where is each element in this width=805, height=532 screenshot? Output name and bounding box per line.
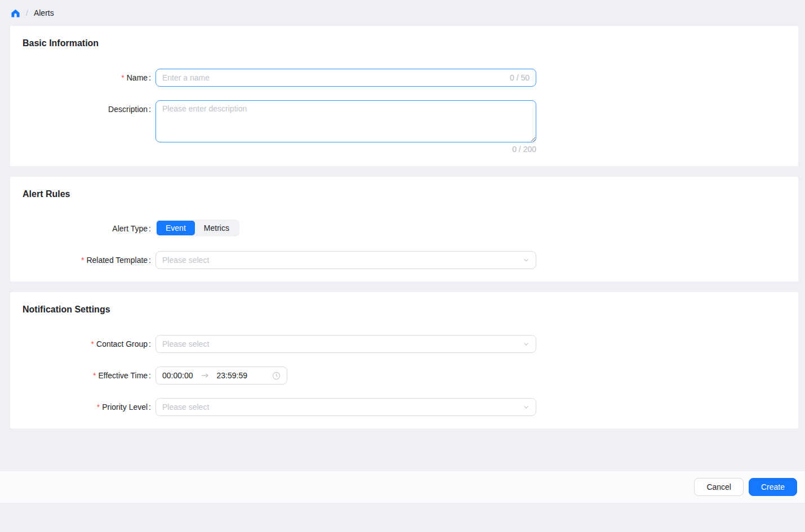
contact-group-placeholder: Please select — [162, 339, 523, 348]
footer-gap — [0, 428, 805, 471]
chevron-down-icon — [523, 257, 530, 263]
alert-type-label: Alert Type: — [23, 220, 155, 238]
contact-group-select[interactable]: Please select — [155, 335, 536, 353]
description-label: Description: — [23, 100, 155, 118]
effective-time-row: *Effective Time: 00:00:00 23:59:59 — [23, 366, 786, 385]
name-char-counter: 0 / 50 — [510, 73, 530, 82]
chevron-down-icon — [523, 341, 530, 347]
alert-type-option-event[interactable]: Event — [157, 221, 195, 235]
name-input-wrap: 0 / 50 — [155, 69, 536, 87]
footer-action-bar: Cancel Create — [0, 471, 805, 503]
required-asterisk: * — [93, 371, 96, 380]
cancel-button[interactable]: Cancel — [694, 478, 744, 496]
required-asterisk: * — [121, 73, 124, 82]
name-input[interactable] — [162, 73, 505, 82]
priority-level-label: *Priority Level: — [23, 398, 155, 416]
notification-settings-card: Notification Settings *Contact Group: Pl… — [10, 292, 798, 428]
effective-time-range-picker[interactable]: 00:00:00 23:59:59 — [155, 366, 287, 385]
contact-group-row: *Contact Group: Please select — [23, 335, 786, 353]
related-template-label: *Related Template: — [23, 251, 155, 269]
description-textarea[interactable] — [155, 100, 536, 142]
required-asterisk: * — [91, 339, 94, 348]
breadcrumb-separator: / — [26, 8, 28, 17]
alert-rules-card: Alert Rules Alert Type: Event Metrics *R… — [10, 177, 798, 281]
related-template-select[interactable]: Please select — [155, 251, 536, 269]
chevron-down-icon — [523, 404, 530, 410]
arrow-right-icon — [201, 373, 209, 378]
breadcrumb-current-page: Alerts — [34, 8, 54, 17]
home-icon — [11, 8, 20, 18]
effective-time-label: *Effective Time: — [23, 366, 155, 385]
alert-type-segmented-control: Event Metrics — [155, 220, 239, 236]
contact-group-label: *Contact Group: — [23, 335, 155, 353]
description-row: Description: 0 / 200 — [23, 100, 786, 154]
priority-level-row: *Priority Level: Please select — [23, 398, 786, 416]
create-button[interactable]: Create — [749, 478, 797, 496]
priority-level-select[interactable]: Please select — [155, 398, 536, 416]
clock-icon — [272, 372, 281, 380]
effective-time-start[interactable]: 00:00:00 — [162, 371, 193, 380]
section-title-alert-rules: Alert Rules — [23, 189, 786, 199]
alert-type-option-metrics[interactable]: Metrics — [195, 221, 238, 235]
related-template-row: *Related Template: Please select — [23, 251, 786, 269]
basic-information-card: Basic Information *Name: 0 / 50 Descript… — [10, 26, 798, 166]
breadcrumb: / Alerts — [0, 0, 805, 26]
name-row: *Name: 0 / 50 — [23, 69, 786, 87]
priority-level-placeholder: Please select — [162, 403, 523, 412]
section-title-notification-settings: Notification Settings — [23, 305, 786, 315]
required-asterisk: * — [81, 256, 84, 265]
related-template-placeholder: Please select — [162, 256, 523, 265]
name-label: *Name: — [23, 69, 155, 87]
breadcrumb-home-link[interactable] — [11, 8, 20, 18]
section-title-basic-information: Basic Information — [23, 38, 786, 48]
required-asterisk: * — [97, 403, 100, 412]
effective-time-end[interactable]: 23:59:59 — [217, 371, 248, 380]
alert-type-row: Alert Type: Event Metrics — [23, 220, 786, 238]
description-char-counter: 0 / 200 — [155, 145, 536, 154]
